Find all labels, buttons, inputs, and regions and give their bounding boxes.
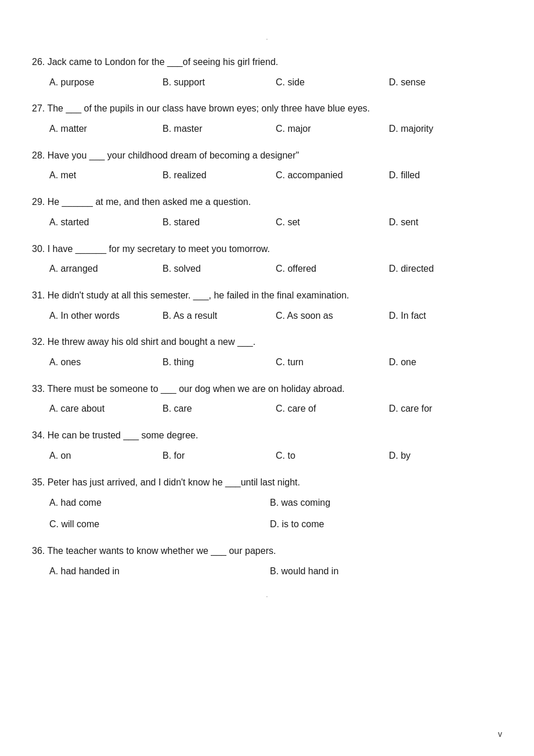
option[interactable]: A. on — [49, 448, 163, 465]
options-row: A. metB. realizedC. accompaniedD. filled — [49, 167, 502, 184]
dot-bottom: · — [32, 592, 502, 600]
option[interactable]: A. had come — [49, 494, 270, 512]
option[interactable]: B. As a result — [163, 308, 276, 325]
options-row: A. arrangedB. solvedC. offeredD. directe… — [49, 261, 502, 278]
option[interactable]: B. master — [163, 121, 276, 138]
question-block: 26. Jack came to London for the ___of se… — [32, 55, 502, 91]
question-block: 32. He threw away his old shirt and boug… — [32, 334, 502, 370]
option[interactable]: D. sense — [389, 74, 502, 91]
option[interactable]: C. turn — [276, 354, 389, 371]
option[interactable]: D. by — [389, 448, 502, 465]
question-block: 36. The teacher wants to know whether we… — [32, 543, 502, 581]
question-text: 34. He can be trusted ___ some degree. — [32, 428, 502, 443]
question-text: 30. I have ______ for my secretary to me… — [32, 242, 502, 257]
option[interactable]: A. care about — [49, 401, 163, 417]
option[interactable]: A. In other words — [49, 308, 163, 325]
option[interactable]: B. care — [163, 401, 276, 417]
question-block: 28. Have you ___ your childhood dream of… — [32, 148, 502, 184]
question-text: 31. He didn't study at all this semester… — [32, 288, 502, 303]
option[interactable]: A. had handed in — [49, 563, 270, 580]
options-row: A. onesB. thingC. turnD. one — [49, 354, 502, 371]
option[interactable]: A. met — [49, 167, 163, 184]
option[interactable]: C. will come — [49, 516, 270, 533]
question-block: 29. He ______ at me, and then asked me a… — [32, 195, 502, 231]
options-row: A. had handed inB. would hand in — [49, 563, 502, 580]
option[interactable]: D. filled — [389, 167, 502, 184]
option[interactable]: D. directed — [389, 261, 502, 278]
option[interactable]: C. accompanied — [276, 167, 389, 184]
option[interactable]: C. side — [276, 74, 389, 91]
options-row: A. purposeB. supportC. sideD. sense — [49, 74, 502, 91]
option[interactable]: B. for — [163, 448, 276, 465]
option[interactable]: B. realized — [163, 167, 276, 184]
options-row: A. In other wordsB. As a resultC. As soo… — [49, 308, 502, 325]
question-text: 33. There must be someone to ___ our dog… — [32, 381, 502, 397]
page-number: v — [498, 729, 502, 739]
options-row: A. care aboutB. careC. care ofD. care fo… — [49, 401, 502, 417]
options-row: A. matterB. masterC. majorD. majority — [49, 121, 502, 138]
question-block: 30. I have ______ for my secretary to me… — [32, 242, 502, 278]
question-block: 35. Peter has just arrived, and I didn't… — [32, 475, 502, 533]
question-text: 29. He ______ at me, and then asked me a… — [32, 195, 502, 210]
option[interactable]: D. care for — [389, 401, 502, 417]
question-text: 35. Peter has just arrived, and I didn't… — [32, 475, 502, 490]
question-text: 36. The teacher wants to know whether we… — [32, 543, 502, 559]
option[interactable]: D. majority — [389, 121, 502, 138]
options-row: A. onB. forC. toD. by — [49, 448, 502, 465]
question-text: 26. Jack came to London for the ___of se… — [32, 55, 502, 70]
option[interactable]: A. started — [49, 214, 163, 231]
question-block: 34. He can be trusted ___ some degree.A.… — [32, 428, 502, 464]
question-block: 31. He didn't study at all this semester… — [32, 288, 502, 324]
option[interactable]: B. support — [163, 74, 276, 91]
option[interactable]: C. major — [276, 121, 389, 138]
option[interactable]: A. matter — [49, 121, 163, 138]
question-block: 33. There must be someone to ___ our dog… — [32, 381, 502, 417]
question-text: 32. He threw away his old shirt and boug… — [32, 334, 502, 350]
option[interactable]: C. As soon as — [276, 308, 389, 325]
options-row: A. startedB. staredC. setD. sent — [49, 214, 502, 231]
option[interactable]: A. ones — [49, 354, 163, 371]
option[interactable]: B. thing — [163, 354, 276, 371]
option[interactable]: B. was coming — [270, 494, 490, 512]
option[interactable]: A. arranged — [49, 261, 163, 278]
question-text: 28. Have you ___ your childhood dream of… — [32, 148, 502, 163]
option[interactable]: C. set — [276, 214, 389, 231]
option[interactable]: C. to — [276, 448, 389, 465]
options-row: C. will comeD. is to come — [49, 516, 502, 533]
option[interactable]: C. care of — [276, 401, 389, 417]
option[interactable]: B. stared — [163, 214, 276, 231]
option[interactable]: D. sent — [389, 214, 502, 231]
question-block: 27. The ___ of the pupils in our class h… — [32, 101, 502, 137]
option[interactable]: B. would hand in — [270, 563, 490, 580]
option[interactable]: A. purpose — [49, 74, 163, 91]
dot-top: · — [32, 35, 502, 43]
option[interactable]: C. offered — [276, 261, 389, 278]
option[interactable]: D. one — [389, 354, 502, 371]
question-text: 27. The ___ of the pupils in our class h… — [32, 101, 502, 116]
option[interactable]: D. In fact — [389, 308, 502, 325]
option[interactable]: B. solved — [163, 261, 276, 278]
option[interactable]: D. is to come — [270, 516, 490, 533]
options-row: A. had comeB. was coming — [49, 494, 502, 512]
